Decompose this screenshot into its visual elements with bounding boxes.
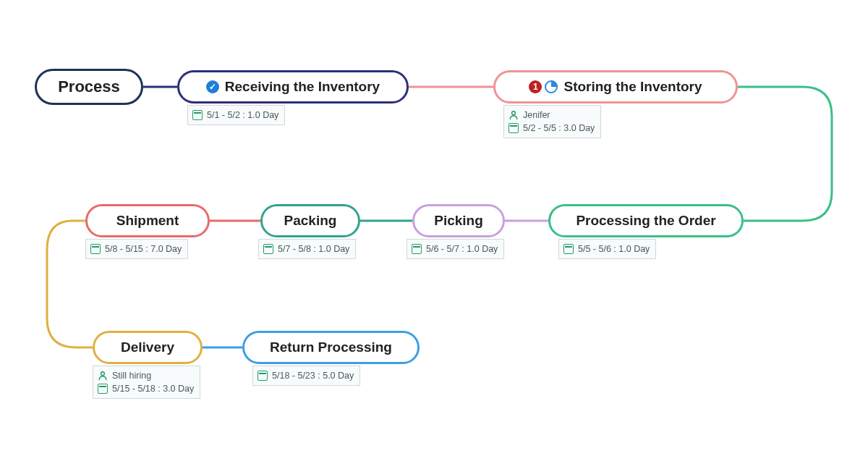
info-receiving-date: 5/1 - 5/2 : 1.0 Day: [207, 109, 278, 122]
info-picking-date: 5/6 - 5/7 : 1.0 Day: [426, 242, 498, 256]
info-shipment: 5/8 - 5/15 : 7.0 Day: [85, 239, 188, 259]
node-receiving[interactable]: ✓ Receiving the Inventory: [177, 70, 409, 104]
node-delivery[interactable]: Delivery: [93, 331, 203, 364]
info-picking: 5/6 - 5/7 : 1.0 Day: [407, 239, 504, 259]
info-storing-assignee: Jenifer: [523, 109, 550, 122]
calendar-icon: [192, 110, 203, 120]
info-return: 5/18 - 5/23 : 5.0 Day: [252, 366, 360, 386]
info-packing: 5/7 - 5/8 : 1.0 Day: [258, 239, 356, 259]
priority-badge-icon: 1: [529, 80, 542, 93]
calendar-icon: [412, 244, 422, 254]
svg-point-0: [512, 111, 516, 115]
check-icon: ✓: [206, 80, 219, 93]
info-shipment-date: 5/8 - 5/15 : 7.0 Day: [105, 242, 182, 256]
node-picking[interactable]: Picking: [412, 204, 505, 237]
info-storing-date: 5/2 - 5/5 : 3.0 Day: [523, 122, 595, 135]
info-packing-date: 5/7 - 5/8 : 1.0 Day: [278, 242, 349, 256]
info-delivery-date: 5/15 - 5/18 : 3.0 Day: [112, 382, 194, 395]
node-receiving-label: Receiving the Inventory: [225, 79, 380, 95]
node-storing-label: Storing the Inventory: [563, 79, 702, 95]
info-receiving: 5/1 - 5/2 : 1.0 Day: [187, 105, 285, 125]
node-shipment[interactable]: Shipment: [85, 204, 210, 237]
info-processing-date: 5/5 - 5/6 : 1.0 Day: [578, 242, 650, 256]
info-delivery-assignee: Still hiring: [112, 369, 151, 382]
person-icon: [98, 371, 108, 381]
node-packing-label: Packing: [284, 213, 337, 229]
info-delivery: Still hiring 5/15 - 5/18 : 3.0 Day: [93, 366, 200, 399]
calendar-icon: [98, 384, 108, 394]
calendar-icon: [509, 123, 519, 133]
node-processing[interactable]: Processing the Order: [548, 204, 744, 237]
calendar-icon: [263, 244, 273, 254]
node-packing[interactable]: Packing: [260, 204, 360, 237]
node-return[interactable]: Return Processing: [242, 331, 420, 364]
node-processing-label: Processing the Order: [576, 213, 715, 229]
info-storing: Jenifer 5/2 - 5/5 : 3.0 Day: [503, 105, 601, 138]
node-storing[interactable]: 1 Storing the Inventory: [493, 70, 738, 104]
calendar-icon: [90, 244, 101, 254]
info-processing: 5/5 - 5/6 : 1.0 Day: [558, 239, 656, 259]
person-icon: [509, 110, 519, 120]
node-process-label: Process: [58, 77, 120, 96]
svg-point-1: [101, 372, 105, 376]
calendar-icon: [563, 244, 574, 254]
node-return-label: Return Processing: [270, 339, 392, 355]
info-return-date: 5/18 - 5/23 : 5.0 Day: [272, 369, 354, 382]
node-process[interactable]: Process: [35, 69, 143, 105]
node-shipment-label: Shipment: [116, 213, 179, 229]
progress-pie-icon: [545, 80, 558, 93]
storing-icons: 1: [529, 80, 558, 93]
node-picking-label: Picking: [434, 213, 483, 229]
node-delivery-label: Delivery: [121, 339, 174, 355]
calendar-icon: [258, 371, 268, 381]
